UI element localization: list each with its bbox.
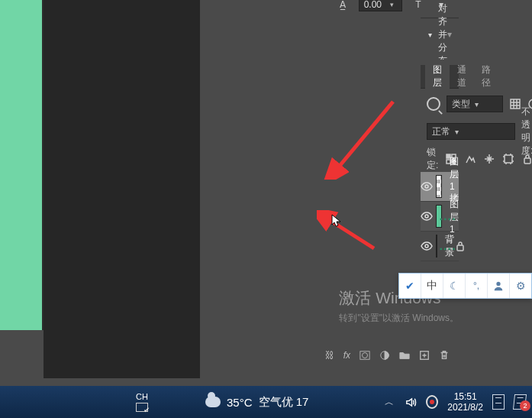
ime-settings-icon[interactable]: ⚙ — [509, 274, 531, 298]
blend-mode-select[interactable]: 正常 ▾ — [427, 123, 515, 140]
layer-filter-row: 类型 ▾ T — [421, 92, 459, 115]
filter-pixel-icon[interactable] — [509, 97, 521, 111]
layer-mask-icon[interactable] — [360, 349, 370, 361]
layers-footer: ⛓ fx — [421, 345, 459, 366]
temperature: 35°C — [227, 396, 253, 409]
lock-artboard-icon[interactable] — [502, 152, 514, 166]
baseline-value: 0.00 — [364, 0, 382, 10]
notifications-icon[interactable]: 2 — [514, 396, 526, 408]
svg-point-12 — [425, 245, 428, 248]
svg-point-20 — [496, 282, 500, 286]
lock-label: 锁定: — [427, 146, 438, 172]
svg-rect-0 — [511, 99, 520, 109]
cloud-icon — [205, 397, 221, 407]
date: 2021/8/2 — [447, 402, 483, 413]
baseline-shift-input[interactable]: 0.00 ▾ — [359, 0, 402, 11]
svg-rect-8 — [505, 155, 512, 163]
mouse-cursor — [331, 214, 342, 228]
svg-point-11 — [425, 215, 428, 218]
record-icon[interactable] — [426, 396, 438, 408]
svg-rect-13 — [457, 245, 463, 251]
text-color-icon[interactable]: T — [411, 0, 425, 11]
blend-opacity-row: 正常 ▾ 不透明度: 100% ▴▾ — [421, 120, 459, 143]
ime-punct-icon[interactable]: °, — [465, 274, 487, 298]
volume-icon[interactable] — [405, 396, 417, 408]
accordion-title: 对齐并分布 — [438, 2, 447, 67]
ime-ch-label: CH — [136, 392, 148, 401]
character-panel-row: A̲ 0.00 ▾ T ▾ — [200, 0, 532, 9]
clock[interactable]: 15:51 2021/8/2 — [447, 391, 483, 413]
time: 15:51 — [447, 391, 483, 402]
right-panels: A̲ 0.00 ▾ T ▾ ▾ 对齐并分布 ▾ 图层 通道 路径 类型 ▾ T — [200, 0, 532, 378]
lock-position-icon[interactable] — [483, 152, 495, 166]
lock-image-icon[interactable] — [464, 152, 476, 166]
opacity-label: 不透明度: — [521, 105, 532, 157]
ime-language[interactable]: 中 — [421, 274, 443, 298]
svg-rect-9 — [524, 158, 530, 164]
notification-badge: 2 — [520, 400, 530, 411]
caret-down-icon: ▾ — [455, 128, 459, 136]
stepper-icon: ▾ — [386, 1, 397, 8]
activation-subtitle: 转到"设置"以激活 Windows。 — [339, 312, 459, 325]
action-center-icon[interactable] — [492, 396, 505, 408]
ime-user-icon[interactable] — [487, 274, 509, 298]
caret-down-icon: ▾ — [475, 100, 479, 109]
layer-thumbnail[interactable] — [436, 175, 442, 198]
layer-thumbnail[interactable]: ▪▪▪▪ — [436, 205, 442, 228]
tab-paths[interactable]: 路径 — [474, 60, 498, 93]
delete-layer-icon[interactable] — [439, 349, 450, 361]
new-group-icon[interactable] — [399, 349, 410, 361]
weather-widget[interactable]: 35°C 空气优 17 — [205, 395, 308, 410]
filter-type-label: 类型 — [452, 98, 470, 111]
lock-all-icon[interactable] — [521, 152, 532, 166]
visibility-toggle[interactable] — [421, 210, 433, 222]
layer-row-background[interactable]: ▪▪▪▪ 背景 — [421, 232, 459, 261]
ime-box-icon — [136, 403, 148, 412]
search-icon — [427, 97, 440, 111]
chevron-down-icon: ▾ — [428, 31, 432, 39]
layer-list: 图层 1 拷贝 ▪▪▪▪ 图层 1 ▪▪▪▪ 背景 — [421, 172, 459, 261]
ime-check-icon[interactable]: ✔ — [399, 274, 421, 298]
tab-channels[interactable]: 通道 — [450, 60, 474, 93]
filter-type-select[interactable]: 类型 ▾ — [447, 96, 503, 112]
tray-overflow-icon[interactable]: ︿ — [383, 396, 395, 408]
svg-point-10 — [425, 185, 428, 188]
new-layer-icon[interactable] — [419, 349, 430, 361]
canvas-area[interactable] — [0, 0, 44, 330]
system-tray: ︿ 15:51 2021/8/2 2 — [383, 391, 526, 413]
ime-toolbar[interactable]: ✔ 中 ☾ °, ⚙ — [398, 273, 532, 299]
ime-moon-icon[interactable]: ☾ — [443, 274, 465, 298]
layer-fx-icon[interactable]: fx — [343, 349, 350, 361]
windows-taskbar[interactable]: CH 35°C 空气优 17 ︿ 15:51 2021/8/2 2 — [0, 386, 532, 418]
link-layers-icon[interactable]: ⛓ — [325, 349, 334, 361]
panel-tabs: 图层 通道 路径 — [421, 65, 459, 89]
ime-indicator[interactable]: CH — [136, 392, 148, 412]
svg-point-15 — [363, 353, 368, 358]
visibility-toggle[interactable] — [421, 240, 433, 252]
air-quality: 空气优 17 — [259, 395, 309, 410]
visibility-toggle[interactable] — [421, 180, 433, 193]
align-distribute-accordion[interactable]: ▾ 对齐并分布 ▾ — [421, 23, 459, 46]
accordion-menu-icon[interactable]: ▾ — [447, 29, 452, 40]
workspace-background — [44, 0, 200, 378]
blend-mode-value: 正常 — [432, 125, 450, 138]
tab-layers[interactable]: 图层 — [425, 60, 450, 93]
adjustment-layer-icon[interactable] — [379, 349, 390, 361]
layer-thumbnail[interactable]: ▪▪▪▪ — [436, 235, 437, 258]
align-baseline-icon: A̲ — [336, 0, 350, 11]
layer-row-1[interactable]: ▪▪▪▪ 图层 1 — [421, 202, 459, 232]
